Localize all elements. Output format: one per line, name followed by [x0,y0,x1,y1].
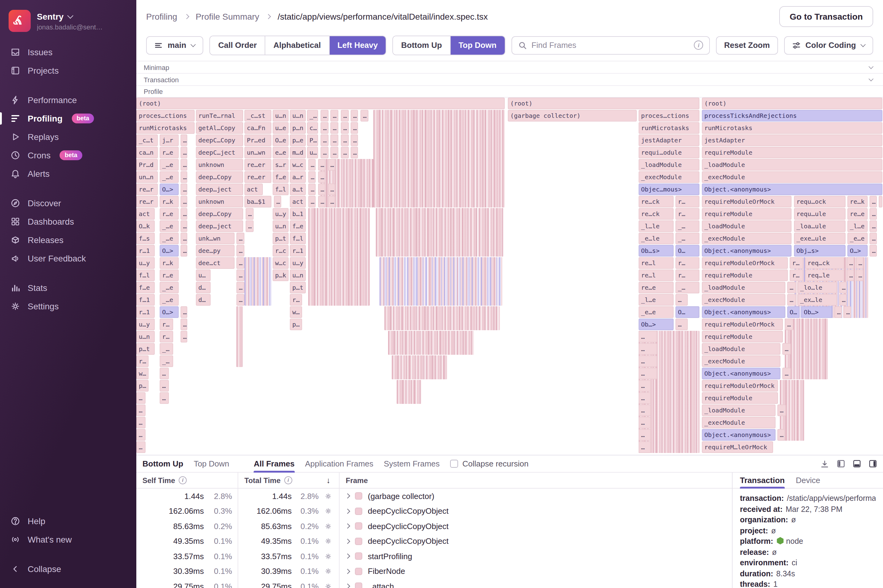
flame-frame[interactable]: _loa…ule [794,220,845,232]
flame-frame[interactable]: … [785,318,793,330]
profile-section-header[interactable]: Profile [136,86,883,98]
gear-icon[interactable] [324,552,332,560]
flame-frame[interactable]: _e…e [638,306,674,318]
flame-frame[interactable]: runMicrotasks [638,122,700,134]
flame-frame[interactable]: … [160,380,169,392]
flame-frame[interactable]: … [160,392,169,404]
flame-frame[interactable]: re…e [847,208,868,220]
tab-top-down[interactable]: Top Down [194,455,229,472]
flame-frame[interactable]: processTicksAndRejections [702,110,882,122]
flame-frame[interactable]: u…n [136,331,155,342]
tab-application-frames[interactable]: Application Frames [305,455,373,472]
flame-frame[interactable]: s…r [273,159,288,171]
flame-frame[interactable]: requireModuleOrMock [702,196,791,207]
tab-all-frames[interactable]: All Frames [254,455,295,472]
flame-frame[interactable]: Object.<anonymous> [702,245,791,256]
flame-frame[interactable]: … [246,220,254,232]
flame-frame[interactable]: … [777,429,785,441]
sort-alphabetical-button[interactable]: Alphabetical [265,36,329,54]
org-switcher[interactable]: Sentry jonas.badalic@sent… [0,0,136,39]
flame-frame[interactable]: requireModuleOrMock [702,257,788,269]
flame-frame[interactable]: … [839,294,847,306]
flame-frame[interactable]: j…r [160,134,179,146]
flame-frame[interactable]: _execModule [702,171,882,183]
flame-frame[interactable]: u…y [290,257,306,269]
flame-frame[interactable]: _loadModule [702,343,781,355]
flame-frame[interactable]: f…e [290,220,306,232]
flame-frame[interactable]: b…1 [290,208,306,220]
sidebar-item-discover[interactable]: Discover [0,194,136,212]
flamegraph-canvas[interactable]: (root)(root)(root)proces…ctionsrunTe…rna… [136,98,883,455]
flame-frame[interactable]: _exe…ule [794,232,845,244]
frame-cell[interactable]: (garbage collector) [339,489,732,504]
flame-frame[interactable]: … [782,343,791,355]
sidebar-item-alerts[interactable]: Alerts [0,165,136,183]
flame-frame[interactable]: ca…n [136,147,158,158]
frame-cell[interactable]: deepCyclicCopyObject [339,534,732,549]
flame-frame[interactable]: re…er [245,171,272,183]
flame-frame[interactable]: _… [676,232,700,244]
flame-frame[interactable]: deep…Copy [196,208,243,220]
flame-frame[interactable]: … [341,147,349,158]
flame-frame[interactable]: … [180,220,187,232]
flame-frame[interactable]: … [236,270,245,281]
flame-frame[interactable]: _c…t [136,134,158,146]
flame-frame[interactable]: O… [676,245,700,256]
flame-frame[interactable]: … [341,122,349,134]
transaction-section-header[interactable]: Transaction [136,74,883,86]
sidebar-item-replays[interactable]: Replays [0,128,136,146]
gear-icon[interactable] [324,522,332,530]
flame-frame[interactable]: d… [196,282,210,293]
sidebar-item-settings[interactable]: Settings [0,297,136,315]
flame-frame[interactable]: r… [290,294,302,306]
gear-icon[interactable] [324,537,332,545]
flame-frame[interactable]: ba…$1 [245,196,272,207]
flame-frame[interactable]: act [245,183,263,195]
flame-frame[interactable]: … [136,392,146,404]
flame-frame[interactable]: … [328,196,335,207]
flame-frame[interactable]: u…e [273,122,288,134]
flame-frame[interactable]: r…e [160,147,179,158]
flame-frame[interactable]: … [180,183,187,195]
flame-frame[interactable]: _…e [160,282,179,293]
table-row[interactable]: 30.39ms0.1%30.39ms0.1%FiberNode [136,564,732,579]
flame-frame[interactable]: … [318,171,326,183]
flame-frame[interactable]: _…e [160,159,179,171]
flame-frame[interactable]: … [869,208,877,220]
flame-frame[interactable]: re…er [245,159,272,171]
flame-frame[interactable]: r…k [160,257,179,269]
flame-frame[interactable]: f…e [136,282,155,293]
details-tab-transaction[interactable]: Transaction [740,472,785,488]
flame-frame[interactable]: … [330,110,338,122]
flame-frame[interactable]: _…e [160,294,179,306]
flame-frame[interactable]: Object.<anonymous> [702,306,785,318]
flame-frame[interactable]: … [330,122,338,134]
expand-chevron-icon[interactable] [345,568,350,574]
flame-frame[interactable]: Ob…> [801,306,832,318]
breadcrumb-profiling[interactable]: Profiling [146,12,177,21]
flame-frame[interactable]: … [318,196,326,207]
flame-frame[interactable]: u…n [273,110,288,122]
flame-frame[interactable]: _loadModule [702,405,776,416]
flame-frame[interactable]: Pr…d [136,159,158,171]
flame-frame[interactable]: _execModule [702,356,781,367]
flame-frame[interactable]: O…e [273,134,288,146]
flame-frame[interactable]: … [351,147,358,158]
flame-frame[interactable]: requireModule [702,208,791,220]
flame-frame[interactable]: r…e [160,208,179,220]
flame-frame[interactable]: Object.<anonymous> [702,368,781,380]
frame-column-header[interactable]: Frame [339,476,732,484]
flame-frame[interactable]: f…e [273,171,288,183]
flame-frame[interactable]: re…l [638,270,674,281]
flame-frame[interactable]: … [328,159,335,171]
sidebar-item-user-feedback[interactable]: User Feedback [0,249,136,268]
collapse-recursion-toggle[interactable]: Collapse recursion [450,459,529,468]
flame-frame[interactable]: … [787,294,796,306]
flame-frame[interactable]: _execModule [702,232,791,244]
flame-frame[interactable]: … [638,368,657,380]
flame-frame[interactable]: … [638,356,657,367]
flame-frame[interactable]: act [136,208,155,220]
flame-frame[interactable]: u…y [273,208,288,220]
flame-frame[interactable]: u… [196,270,210,281]
flame-frame[interactable]: r… [790,270,803,281]
